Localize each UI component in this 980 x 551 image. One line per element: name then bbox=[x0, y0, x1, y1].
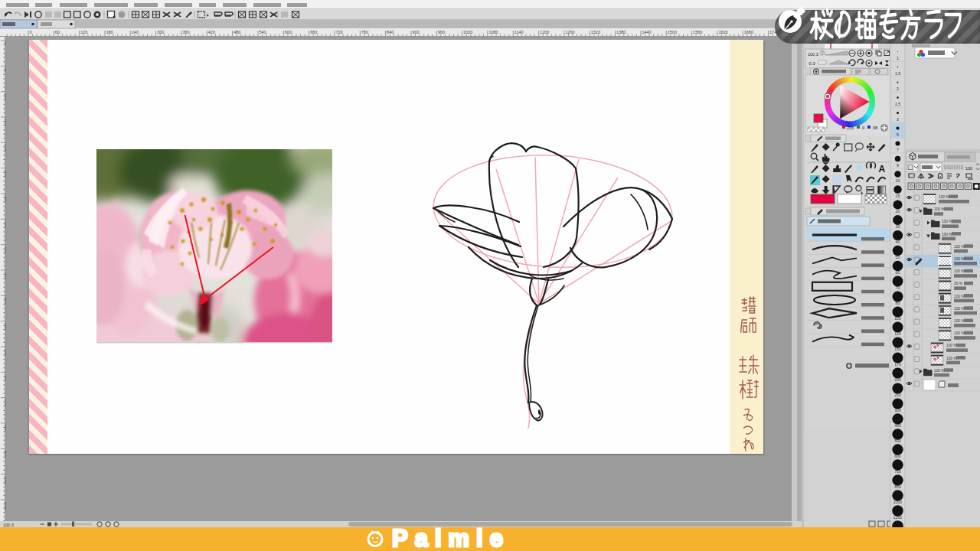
svg-text:1500: 1500 bbox=[668, 30, 677, 34]
svg-text:80: 80 bbox=[896, 301, 900, 305]
svg-text:A: A bbox=[879, 164, 886, 174]
svg-text:840: 840 bbox=[4, 399, 7, 406]
svg-text:70: 70 bbox=[896, 285, 900, 290]
svg-text:300: 300 bbox=[894, 408, 901, 412]
svg-text:500: 500 bbox=[894, 439, 901, 443]
svg-text:1380: 1380 bbox=[616, 30, 626, 34]
svg-text:850: 850 bbox=[894, 484, 901, 489]
svg-text:180: 180 bbox=[106, 30, 113, 34]
svg-text:60: 60 bbox=[55, 30, 60, 34]
svg-text:750: 750 bbox=[894, 469, 901, 474]
svg-text:9: 9 bbox=[897, 163, 899, 168]
svg-text:100: 100 bbox=[894, 316, 901, 321]
svg-text:1320: 1320 bbox=[591, 30, 600, 34]
svg-text:1560: 1560 bbox=[693, 30, 702, 34]
svg-text:100 %: 100 % bbox=[954, 295, 965, 298]
svg-text:10: 10 bbox=[896, 178, 900, 183]
svg-text:20: 20 bbox=[896, 209, 900, 214]
svg-text:100 %: 100 % bbox=[954, 269, 965, 273]
svg-text:720: 720 bbox=[4, 348, 7, 355]
svg-text:400: 400 bbox=[894, 423, 901, 428]
svg-text:1080: 1080 bbox=[488, 30, 498, 34]
svg-text:40: 40 bbox=[896, 240, 900, 244]
svg-text:100.3: 100.3 bbox=[3, 523, 14, 527]
svg-text:-0.3: -0.3 bbox=[808, 61, 815, 66]
svg-text:1: 1 bbox=[897, 56, 899, 60]
svg-text:240: 240 bbox=[4, 144, 7, 151]
svg-text:150: 150 bbox=[894, 347, 901, 351]
svg-text:2: 2 bbox=[897, 86, 899, 91]
svg-text:100 %: 100 % bbox=[954, 245, 965, 249]
svg-text:540: 540 bbox=[259, 30, 266, 34]
svg-text:240: 240 bbox=[132, 30, 139, 34]
svg-text:1020: 1020 bbox=[4, 476, 7, 485]
svg-text:100 %: 100 % bbox=[942, 220, 952, 223]
svg-text:660: 660 bbox=[4, 323, 7, 330]
svg-text:1200: 1200 bbox=[540, 30, 549, 34]
svg-text:100 %: 100 % bbox=[934, 369, 945, 373]
svg-text:30 %: 30 % bbox=[954, 282, 963, 285]
svg-text:900: 900 bbox=[4, 425, 7, 432]
svg-text:480: 480 bbox=[234, 30, 240, 34]
svg-text:120: 120 bbox=[80, 30, 87, 34]
svg-text:5: 5 bbox=[897, 132, 899, 137]
svg-text:420: 420 bbox=[208, 30, 215, 34]
svg-text:100 %: 100 % bbox=[954, 331, 965, 335]
svg-text:100 %: 100 % bbox=[942, 233, 952, 236]
svg-text:960: 960 bbox=[4, 450, 7, 457]
svg-text:480: 480 bbox=[4, 246, 7, 253]
svg-text:08: 08 bbox=[873, 126, 877, 130]
svg-text:30: 30 bbox=[896, 224, 900, 229]
svg-text:1020: 1020 bbox=[463, 30, 472, 34]
svg-text:300: 300 bbox=[157, 30, 164, 34]
svg-text:600: 600 bbox=[285, 30, 292, 34]
svg-text:300: 300 bbox=[4, 170, 7, 177]
svg-text:100 %: 100 % bbox=[954, 319, 965, 323]
svg-text:180: 180 bbox=[4, 119, 7, 126]
svg-text:1140: 1140 bbox=[514, 30, 524, 34]
svg-text:120: 120 bbox=[894, 331, 901, 336]
svg-text:1.5: 1.5 bbox=[895, 71, 900, 76]
svg-text:720: 720 bbox=[335, 30, 342, 34]
svg-text:1080: 1080 bbox=[4, 501, 7, 510]
svg-text:100: 100 bbox=[965, 166, 972, 171]
svg-text:100.3: 100.3 bbox=[808, 52, 818, 57]
svg-text:900: 900 bbox=[412, 30, 419, 34]
svg-text:780: 780 bbox=[361, 30, 368, 34]
svg-text:960: 960 bbox=[438, 30, 445, 34]
svg-text:100 %: 100 % bbox=[934, 207, 945, 211]
svg-text:7: 7 bbox=[897, 148, 899, 152]
svg-text:3: 3 bbox=[897, 117, 899, 122]
svg-text:780: 780 bbox=[4, 373, 7, 380]
svg-text:60: 60 bbox=[4, 67, 7, 72]
svg-text:0: 0 bbox=[862, 126, 864, 130]
svg-text:660: 660 bbox=[310, 30, 317, 34]
svg-text:0: 0 bbox=[30, 30, 32, 34]
svg-text:1440: 1440 bbox=[642, 30, 651, 34]
svg-text:15: 15 bbox=[896, 194, 900, 198]
svg-text:100 %: 100 % bbox=[954, 257, 965, 261]
svg-text:360: 360 bbox=[182, 30, 189, 34]
svg-text:1200: 1200 bbox=[893, 515, 903, 520]
svg-text:170: 170 bbox=[894, 362, 901, 367]
svg-text:1260: 1260 bbox=[565, 30, 574, 34]
svg-text:120: 120 bbox=[4, 93, 7, 100]
svg-text:Palmie: Palmie bbox=[392, 527, 510, 551]
svg-text:600: 600 bbox=[4, 297, 7, 304]
svg-text:100 %: 100 % bbox=[946, 357, 957, 360]
svg-text:1000: 1000 bbox=[893, 500, 903, 504]
svg-text:255: 255 bbox=[847, 126, 854, 130]
svg-text:1680: 1680 bbox=[744, 30, 753, 34]
svg-text:200: 200 bbox=[894, 377, 901, 382]
svg-text:540: 540 bbox=[4, 272, 7, 279]
svg-text:100 %: 100 % bbox=[954, 307, 965, 311]
svg-text:600: 600 bbox=[894, 454, 901, 458]
svg-text:420: 420 bbox=[4, 220, 7, 227]
svg-text:360: 360 bbox=[4, 195, 7, 202]
svg-text:50: 50 bbox=[896, 255, 900, 259]
svg-text:840: 840 bbox=[387, 30, 394, 34]
svg-text:2.5: 2.5 bbox=[895, 102, 900, 106]
svg-text:1620: 1620 bbox=[718, 30, 727, 34]
svg-text:100 %: 100 % bbox=[946, 344, 957, 347]
svg-text:60: 60 bbox=[896, 270, 900, 275]
